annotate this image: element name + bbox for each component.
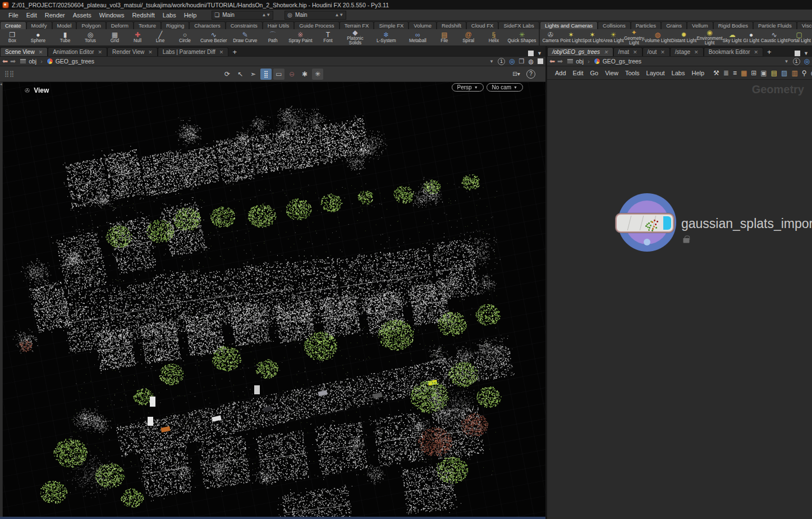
- pane-drag-handle-icon[interactable]: ⣿⣿: [0, 70, 19, 78]
- spinner-icon[interactable]: ▲▼: [262, 12, 270, 17]
- help-icon[interactable]: ?: [526, 70, 535, 79]
- shelf-tool-file[interactable]: ▤File: [433, 29, 455, 45]
- back-arrow-icon[interactable]: ⬅: [2, 58, 8, 65]
- layout-sort-icon[interactable]: ⊟▾: [511, 69, 522, 80]
- shelf-tab-deform[interactable]: Deform: [106, 21, 134, 29]
- network-menu-layout[interactable]: Layout: [643, 69, 668, 78]
- pane-tab-mat[interactable]: /mat✕: [613, 47, 643, 56]
- network-menu-add[interactable]: Add: [552, 69, 570, 78]
- close-icon[interactable]: ✕: [219, 49, 224, 55]
- shelf-tool-circle[interactable]: ○Circle: [172, 29, 198, 45]
- find-icon[interactable]: ⚲: [802, 69, 807, 77]
- path-dropdown-icon[interactable]: ▼: [785, 59, 789, 64]
- back-arrow-icon[interactable]: ⬅: [549, 58, 555, 65]
- shelf-tool-line[interactable]: ╱Line: [149, 29, 172, 45]
- shelf-tool-metaball[interactable]: ∞Metaball: [402, 29, 433, 45]
- menu-windows[interactable]: Windows: [95, 11, 129, 20]
- shelf-tab-hair-utils[interactable]: Hair Utils: [263, 21, 295, 29]
- shelf-tool-grid[interactable]: ▦Grid: [103, 29, 126, 45]
- shelf-tab-terrain-fx[interactable]: Terrain FX: [340, 21, 374, 29]
- marquee-select-icon[interactable]: ▭: [273, 69, 285, 80]
- shelf-tab-polygon[interactable]: Polygon: [76, 21, 105, 29]
- menu-assets[interactable]: Assets: [69, 11, 95, 20]
- shelf-tool-draw-curve[interactable]: ✎Draw Curve: [230, 29, 261, 45]
- gaussian-splats-node[interactable]: [616, 213, 674, 233]
- pane-tab-render-view[interactable]: Render View✕: [107, 47, 158, 56]
- context-chip-obj[interactable]: obj: [565, 58, 585, 65]
- desktop-selector-1[interactable]: ❏ Main ▲▼: [212, 11, 273, 20]
- menu-help[interactable]: Help: [180, 11, 201, 20]
- select-arrow-icon[interactable]: ↖: [235, 69, 246, 80]
- pane-menu-icon[interactable]: ▼: [804, 51, 809, 56]
- close-icon[interactable]: ✕: [39, 49, 43, 55]
- lasso-subtract-icon[interactable]: ⊖: [286, 69, 297, 80]
- maximize-pane-icon[interactable]: [528, 51, 534, 56]
- close-icon[interactable]: ✕: [148, 49, 153, 55]
- network-menu-edit[interactable]: Edit: [570, 69, 587, 78]
- shelf-tab-viscous-fluids[interactable]: Viscous Fluids: [797, 21, 812, 29]
- no-cam-button[interactable]: No cam ▼: [487, 83, 523, 92]
- add-pane-tab-button[interactable]: +: [228, 48, 241, 56]
- shelf-tab-guide-process[interactable]: Guide Process: [294, 21, 339, 29]
- view-tool-icon[interactable]: ⟳: [222, 69, 233, 80]
- close-icon[interactable]: ✕: [660, 49, 665, 55]
- shelf-tab-particles[interactable]: Particles: [631, 21, 661, 29]
- pane-menu-icon[interactable]: ▼: [537, 51, 542, 56]
- shelf-tool-curve-bezier[interactable]: ∿Curve Bezier: [198, 29, 230, 45]
- shelf-tab-simple-fx[interactable]: Simple FX: [374, 21, 409, 29]
- shelf-tab-modify[interactable]: Modify: [26, 21, 52, 29]
- menu-redshift[interactable]: Redshift: [128, 11, 158, 20]
- pane-tab-animation-editor[interactable]: Animation Editor✕: [48, 47, 107, 56]
- add-image-icon[interactable]: ▨: [781, 69, 787, 77]
- shelf-tab-constraints[interactable]: Constraints: [226, 21, 263, 29]
- pane-tab-bookmark-editor[interactable]: Bookmark Editor✕: [704, 47, 763, 56]
- shelf-tool-portal-light[interactable]: ▢Portal Light: [787, 29, 811, 45]
- gallery-icon[interactable]: ▥: [791, 69, 797, 77]
- link-target-icon[interactable]: ◎: [804, 57, 810, 65]
- select-geometry-icon[interactable]: ➣: [247, 69, 259, 80]
- shelf-tool-volume-light[interactable]: ◍Volume Light: [644, 29, 671, 45]
- float-windows-icon[interactable]: ▣: [760, 69, 767, 77]
- shelf-tab-texture[interactable]: Texture: [134, 21, 161, 29]
- menu-edit[interactable]: Edit: [22, 11, 41, 20]
- pane-tab-labs-parameter-diff[interactable]: Labs | Parameter Diff✕: [158, 47, 229, 56]
- select-settings-gear-icon[interactable]: ✳: [312, 69, 323, 80]
- link-target-icon[interactable]: ◎: [509, 57, 515, 65]
- close-icon[interactable]: ✕: [633, 49, 637, 55]
- context-chip-obj[interactable]: obj: [18, 58, 38, 65]
- shelf-tab-lights-and-cameras[interactable]: Lights and Cameras: [540, 21, 598, 29]
- color-palette-icon[interactable]: ▦: [741, 69, 747, 77]
- node-name-label[interactable]: gaussian_splats_import1: [681, 216, 812, 231]
- pane-tab-scene-view[interactable]: Scene View✕: [0, 47, 48, 56]
- close-icon[interactable]: ✕: [98, 49, 103, 55]
- shelf-tool-torus[interactable]: ◎Torus: [77, 29, 103, 45]
- shelf-tab-particle-fluids[interactable]: Particle Fluids: [753, 21, 797, 29]
- network-menu-view[interactable]: View: [602, 69, 622, 78]
- shelf-tab-grains[interactable]: Grains: [661, 21, 687, 29]
- close-icon[interactable]: ✕: [754, 49, 759, 55]
- shelf-tool-tube[interactable]: ▮Tube: [53, 29, 77, 45]
- shelf-tab-redshift[interactable]: Redshift: [437, 21, 466, 29]
- shelf-tab-create[interactable]: Create: [0, 21, 26, 29]
- shelf-tool-platonic-solids[interactable]: ◆Platonic Solids: [340, 29, 370, 45]
- shelf-tool-caustic-light[interactable]: ∿Caustic Light: [761, 29, 788, 45]
- shelf-tab-vellum[interactable]: Vellum: [687, 21, 713, 29]
- shelf-tab-collisions[interactable]: Collisions: [598, 21, 631, 29]
- node-chip-geo-gs-trees[interactable]: GEO_gs_trees: [592, 58, 643, 65]
- color-swatch-icon[interactable]: [538, 58, 543, 64]
- shelf-tool-null[interactable]: ✚Null: [126, 29, 149, 45]
- points-display-icon[interactable]: ⣿: [260, 69, 272, 80]
- playbar-strip[interactable]: [0, 517, 545, 519]
- shelf-tool-distant-light[interactable]: ✹Distant Light: [671, 29, 697, 45]
- network-menu-tools[interactable]: Tools: [622, 69, 643, 78]
- shelf-tool-box[interactable]: ❒Box: [1, 29, 24, 45]
- shelf-tool-sky-light[interactable]: ☁Sky Light: [723, 29, 742, 45]
- shelf-tool-font[interactable]: TFont: [316, 29, 340, 45]
- network-menu-labs[interactable]: Labs: [668, 69, 689, 78]
- list-view-icon[interactable]: ≡: [733, 69, 737, 77]
- desktop-selector-2[interactable]: ◎ Main ▲▼: [285, 11, 346, 20]
- menu-file[interactable]: File: [4, 11, 22, 20]
- network-tools-icon[interactable]: ⚒: [713, 69, 719, 77]
- shelf-tab-rigid-bodies[interactable]: Rigid Bodies: [713, 21, 753, 29]
- visibility-icon[interactable]: ✱: [299, 69, 310, 80]
